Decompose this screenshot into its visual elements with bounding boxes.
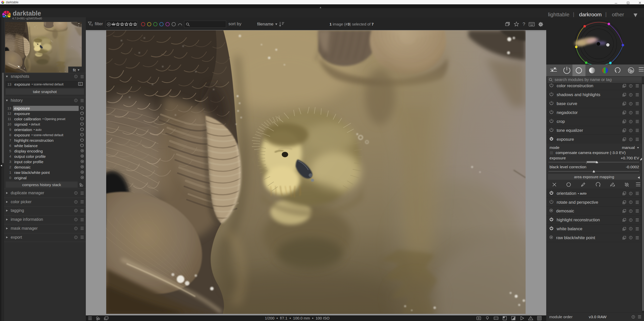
svg-text:1 3: 1 3 (79, 84, 81, 85)
